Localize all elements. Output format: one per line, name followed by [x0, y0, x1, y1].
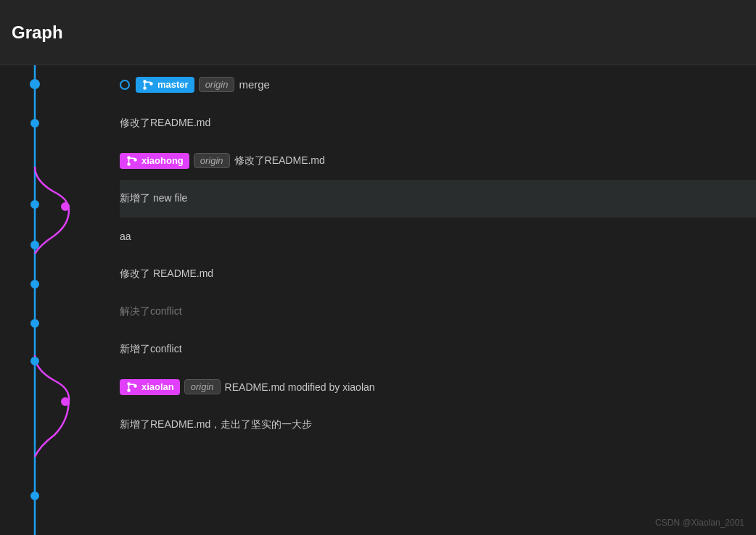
circle-indicator	[120, 80, 130, 90]
commit-row[interactable]: 新增了conflict	[120, 331, 756, 368]
svg-point-16	[127, 162, 131, 166]
page-title: Graph	[12, 22, 63, 43]
commit-message: 修改了README.md	[234, 154, 325, 167]
svg-point-10	[62, 398, 69, 405]
svg-point-12	[143, 86, 147, 90]
commit-content: xiaohong origin 修改了README.md	[120, 153, 325, 169]
commit-message: 解决了conflict	[120, 305, 182, 318]
commit-message: 修改了README.md	[120, 117, 210, 130]
svg-point-2	[31, 120, 38, 127]
commit-row[interactable]: xiaolan origin README.md modified by xia…	[120, 368, 756, 406]
commit-message: 修改了 README.md	[120, 268, 213, 281]
svg-point-20	[127, 389, 131, 392]
commit-content: master origin merge	[136, 77, 270, 93]
xiaohong-badge: xiaohong	[120, 153, 189, 169]
svg-point-6	[31, 320, 38, 327]
commit-message: 新增了README.md，走出了坚实的一大步	[120, 418, 312, 431]
commit-row[interactable]: 解决了conflict	[120, 293, 756, 331]
watermark: CSDN @Xiaolan_2001	[655, 518, 744, 528]
commit-row[interactable]: 修改了README.md	[120, 104, 756, 142]
commit-row[interactable]: 新增了 new file	[120, 180, 756, 217]
commit-content: 修改了 README.md	[120, 268, 213, 281]
commit-message: aa	[120, 231, 131, 242]
commit-row[interactable]: aa	[120, 217, 756, 255]
graph-column	[0, 65, 112, 535]
svg-point-3	[31, 201, 38, 208]
commit-content: xiaolan origin README.md modified by xia…	[120, 379, 375, 395]
commit-message: 新增了 new file	[120, 192, 187, 205]
svg-point-9	[62, 203, 69, 210]
commit-content: 解决了conflict	[120, 305, 182, 318]
commit-content: 新增了 new file	[120, 192, 187, 205]
master-badge: master	[136, 77, 194, 93]
commit-message: 新增了conflict	[120, 343, 182, 356]
commit-content: 新增了README.md，走出了坚实的一大步	[120, 418, 312, 431]
origin-badge-1: origin	[199, 77, 235, 92]
commit-content: 修改了README.md	[120, 117, 210, 130]
graph-svg	[0, 65, 112, 535]
merge-label: merge	[239, 78, 270, 91]
svg-point-8	[31, 492, 38, 499]
commits-list: master origin merge 修改了README.md xiaohon…	[112, 65, 756, 535]
svg-point-5	[31, 281, 38, 288]
commit-row[interactable]: xiaohong origin 修改了README.md	[120, 142, 756, 180]
commit-content: aa	[120, 231, 131, 242]
svg-point-1	[30, 80, 39, 88]
xiaolan-badge: xiaolan	[120, 379, 180, 395]
commit-row[interactable]: 新增了README.md，走出了坚实的一大步	[120, 406, 756, 444]
svg-point-7	[31, 357, 38, 365]
origin-badge-3: origin	[184, 379, 221, 394]
commit-row[interactable]: master origin merge	[120, 65, 756, 104]
commit-row[interactable]: 修改了 README.md	[120, 255, 756, 293]
commit-message: README.md modified by xiaolan	[225, 381, 375, 393]
svg-point-4	[31, 241, 38, 249]
commit-content: 新增了conflict	[120, 343, 182, 356]
origin-badge-2: origin	[194, 153, 230, 168]
